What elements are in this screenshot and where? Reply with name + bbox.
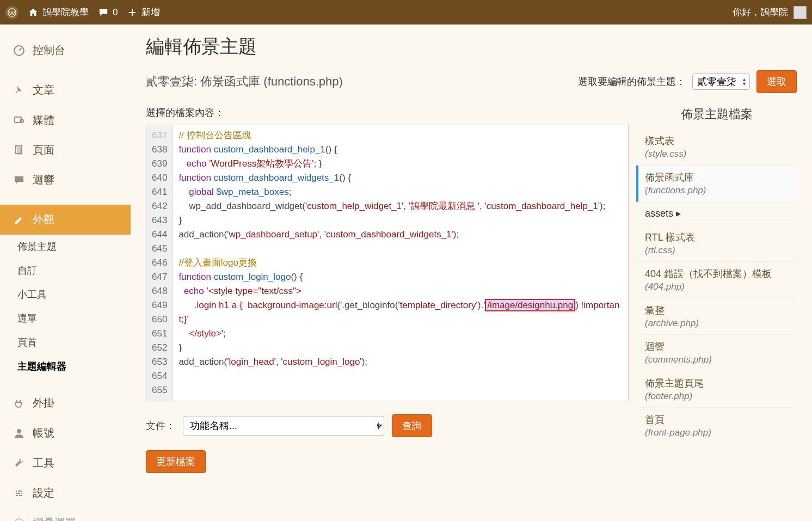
sub-item-editor[interactable]: 主題編輯器	[0, 354, 131, 378]
file-item[interactable]: 404 錯誤（找不到檔案）模板(404.php)	[636, 262, 797, 298]
file-name: (style.css)	[645, 149, 788, 160]
sidebar-item-media[interactable]: 媒體	[0, 105, 131, 135]
settings-icon	[13, 487, 25, 499]
comment-icon	[99, 8, 108, 17]
svg-point-6	[17, 429, 21, 433]
file-label: 佈景主題頁尾	[645, 377, 788, 390]
sub-item-customize[interactable]: 自訂	[0, 259, 131, 283]
file-item[interactable]: 佈景主題頁尾(footer.php)	[636, 371, 797, 408]
sidebar-item-posts[interactable]: 文章	[0, 75, 131, 105]
file-item[interactable]: 首頁(front-page.php)	[636, 408, 797, 440]
sidebar-item-plugins[interactable]: 外掛	[0, 388, 131, 418]
sidebar-label: 帳號	[33, 426, 54, 440]
file-item[interactable]: 迴響(comments.php)	[636, 335, 797, 371]
new-content-link[interactable]: 新增	[127, 6, 160, 19]
sidebar-item-collapse[interactable]: 摺疊選單	[0, 508, 131, 521]
sub-item-header[interactable]: 頁首	[0, 330, 131, 354]
sidebar-item-appearance[interactable]: 外觀	[0, 205, 131, 235]
home-icon	[28, 8, 38, 17]
comment-count: 0	[113, 7, 118, 18]
page-title: 編輯佈景主題	[146, 34, 797, 59]
sidebar-item-comments[interactable]: 迴響	[0, 165, 131, 195]
chevron-right-icon: ▸	[676, 208, 681, 219]
file-name: (front-page.php)	[645, 427, 788, 438]
sidebar-item-dashboard[interactable]: 控制台	[0, 35, 131, 65]
file-label: 樣式表	[645, 134, 788, 148]
sidebar-label: 設定	[33, 486, 54, 500]
admin-sidebar: 控制台 文章 媒體 頁面 迴響 外觀 佈景主題 自訂 小工具 選單 頁首 主題編…	[0, 24, 131, 521]
theme-files-title: 佈景主題檔案	[636, 106, 797, 122]
folder-label: assets	[645, 208, 673, 219]
file-label: RTL 樣式表	[645, 231, 788, 244]
media-icon	[13, 114, 25, 126]
sidebar-label: 迴響	[33, 173, 54, 187]
wordpress-logo-icon[interactable]	[5, 6, 19, 19]
doc-label: 文件：	[146, 419, 175, 432]
avatar[interactable]	[793, 6, 807, 19]
sidebar-item-pages[interactable]: 頁面	[0, 135, 131, 165]
main-content: 編輯佈景主題 貳零壹柒: 佈景函式庫 (functions.php) 選取要編輯…	[131, 24, 812, 521]
sidebar-label: 媒體	[33, 113, 54, 127]
sidebar-label: 控制台	[33, 43, 65, 58]
site-home-link[interactable]: 鵠學院教學	[28, 6, 89, 19]
admin-topbar: 鵠學院教學 0 新增 你好，鵠學院	[0, 0, 812, 24]
file-label: 迴響	[645, 340, 788, 353]
file-item[interactable]: RTL 樣式表(rtl.css)	[636, 225, 797, 262]
greeting[interactable]: 你好，鵠學院	[733, 6, 788, 19]
file-label: 首頁	[645, 413, 788, 426]
sub-item-themes[interactable]: 佈景主題	[0, 235, 131, 259]
svg-rect-5	[17, 147, 22, 155]
sidebar-label: 頁面	[33, 143, 54, 157]
pin-icon	[13, 84, 25, 96]
plus-icon	[127, 8, 137, 17]
site-title: 鵠學院教學	[42, 6, 89, 19]
dashboard-icon	[13, 45, 25, 57]
comments-link[interactable]: 0	[99, 7, 118, 18]
comment-icon	[13, 174, 25, 186]
file-item[interactable]: 佈景函式庫(functions.php)	[636, 166, 797, 202]
code-content[interactable]: // 控制台公告區塊function custom_dashboard_help…	[173, 125, 628, 401]
file-label: 404 錯誤（找不到檔案）模板	[645, 267, 788, 280]
sidebar-item-settings[interactable]: 設定	[0, 478, 131, 508]
new-label: 新增	[142, 6, 160, 19]
brush-icon	[13, 214, 25, 226]
sidebar-item-tools[interactable]: 工具	[0, 448, 131, 478]
doc-function-select[interactable]: 功能名稱...	[183, 416, 384, 436]
theme-select[interactable]: 貳零壹柒	[692, 73, 750, 90]
collapse-icon	[13, 517, 25, 522]
select-theme-button[interactable]: 選取	[756, 70, 797, 93]
file-label: 佈景函式庫	[645, 171, 788, 184]
svg-point-0	[8, 8, 16, 16]
line-gutter: 6376386396406416426436446456466476486496…	[146, 125, 173, 401]
svg-point-7	[15, 519, 23, 522]
update-file-button[interactable]: 更新檔案	[146, 450, 206, 473]
file-content-label: 選擇的檔案內容：	[146, 106, 629, 119]
file-name: (functions.php)	[645, 185, 788, 196]
editing-file-subtitle: 貳零壹柒: 佈景函式庫 (functions.php)	[146, 73, 343, 90]
sub-item-menus[interactable]: 選單	[0, 307, 131, 330]
page-icon	[13, 144, 25, 156]
user-icon	[13, 427, 25, 439]
sidebar-label: 外觀	[33, 212, 54, 227]
file-name: (comments.php)	[645, 354, 788, 365]
file-name: (archive.php)	[645, 318, 788, 329]
sidebar-label: 文章	[33, 83, 54, 97]
theme-select-label: 選取要編輯的佈景主題：	[578, 75, 686, 88]
file-name: (404.php)	[645, 281, 788, 292]
sidebar-label: 摺疊選單	[33, 516, 76, 521]
file-name: (rtl.css)	[645, 245, 788, 256]
lookup-button[interactable]: 查詢	[392, 414, 432, 437]
file-item[interactable]: 彙整(archive.php)	[636, 298, 797, 335]
sub-item-widgets[interactable]: 小工具	[0, 283, 131, 307]
file-label: 彙整	[645, 304, 788, 317]
wrench-icon	[13, 457, 25, 469]
sidebar-label: 工具	[33, 456, 54, 470]
file-item[interactable]: 樣式表(style.css)	[636, 129, 797, 166]
file-item[interactable]: assets ▸	[636, 202, 797, 225]
theme-files-panel: 佈景主題檔案 樣式表(style.css)佈景函式庫(functions.php…	[636, 106, 797, 473]
plug-icon	[13, 397, 25, 409]
file-name: (footer.php)	[645, 391, 788, 402]
sidebar-label: 外掛	[33, 396, 54, 410]
code-editor[interactable]: 6376386396406416426436446456466476486496…	[146, 125, 629, 401]
sidebar-item-users[interactable]: 帳號	[0, 418, 131, 448]
